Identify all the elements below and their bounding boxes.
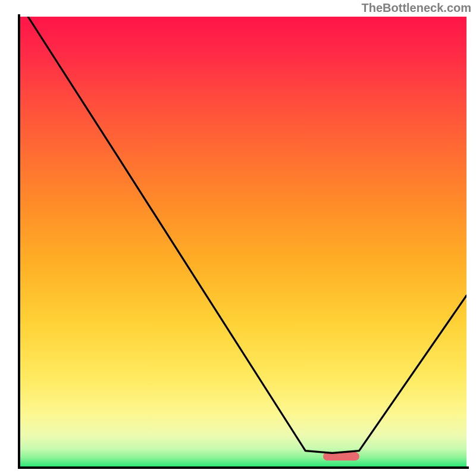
y-axis: [18, 14, 20, 469]
svg-rect-0: [19, 17, 466, 466]
optimal-range-marker: [323, 452, 359, 461]
attribution-text: TheBottleneck.com: [362, 1, 471, 15]
chart-gradient-background: [19, 17, 466, 466]
x-axis: [18, 466, 469, 469]
